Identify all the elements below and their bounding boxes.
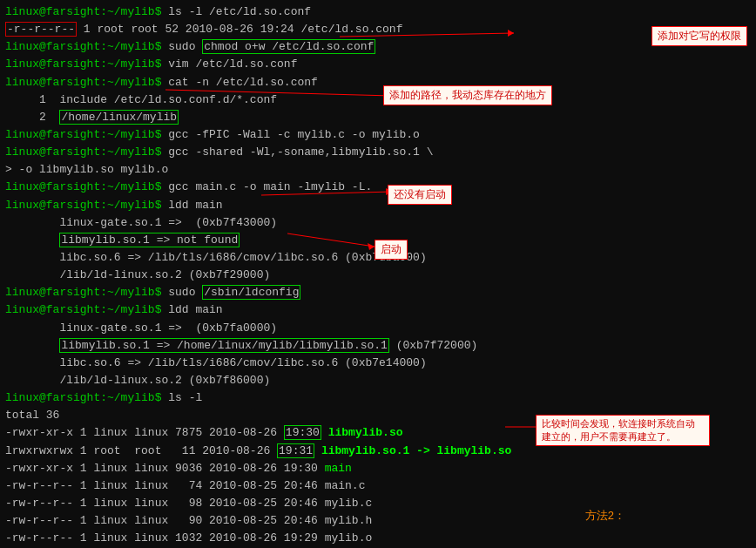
annotation-auto-link: 比较时间会发现，软连接时系统自动建立的，用户不需要再建立了。 (536, 415, 710, 446)
line-9: linux@farsight:~/mylib$ gcc -shared -Wl,… (5, 144, 751, 161)
line-12: linux@farsight:~/mylib$ ldd main (5, 197, 751, 214)
line-31: -rw-r--r-- 1 linux linux 1032 2010-08-26… (5, 530, 751, 547)
line-22: /lib/ld-linux.so.2 (0xb7f86000) (5, 372, 751, 389)
line-10: > -o libmylib.so mylib.o (5, 161, 751, 179)
line-29: -rw-r--r-- 1 linux linux 98 2010-08-25 2… (5, 495, 751, 512)
line-7: 2 /home/linux/mylib (5, 109, 751, 126)
line-28: -rw-r--r-- 1 linux linux 74 2010-08-25 2… (5, 477, 751, 495)
annotation-path: 添加的路径，我动态库存在的地方 (383, 85, 552, 105)
line-2: -r--r--r-- 1 root root 52 2010-08-26 19:… (5, 21, 751, 38)
line-23: linux@farsight:~/mylib$ ls -l (5, 389, 751, 407)
line-3: linux@farsight:~/mylib$ sudo chmod o+w /… (5, 38, 751, 56)
annotation-chmod: 添加对它写的权限 (651, 26, 747, 46)
annotation-start: 启动 (375, 240, 408, 260)
line-27: -rwxr-xr-x 1 linux linux 9036 2010-08-26… (5, 460, 751, 477)
line-16: /lib/ld-linux.so.2 (0xb7f29000) (5, 267, 751, 284)
line-18: linux@farsight:~/mylib$ ldd main (5, 301, 751, 319)
line-19: linux-gate.so.1 => (0xb7fa0000) (5, 320, 751, 337)
line-5: linux@farsight:~/mylib$ cat -n /etc/ld.s… (5, 74, 751, 91)
line-20: libmylib.so.1 => /home/linux/mylib/libmy… (5, 337, 751, 355)
line-21: libc.so.6 => /lib/tls/i686/cmov/libc.so.… (5, 355, 751, 372)
line-13: linux-gate.so.1 => (0xb7f43000) (5, 214, 751, 232)
annotation-not-started: 还没有启动 (388, 185, 452, 205)
line-11: linux@farsight:~/mylib$ gcc main.c -o ma… (5, 179, 751, 196)
line-4: linux@farsight:~/mylib$ vim /etc/ld.so.c… (5, 56, 751, 73)
line-6: 1 include /etc/ld.so.conf.d/*.conf (5, 91, 751, 109)
annotation-method2: 方法2： (585, 508, 625, 524)
line-1: linux@farsight:~/mylib$ ls -l /etc/ld.so… (5, 3, 751, 21)
line-8: linux@farsight:~/mylib$ gcc -fPIC -Wall … (5, 126, 751, 144)
terminal-window: linux@farsight:~/mylib$ ls -l /etc/ld.so… (0, 0, 756, 548)
line-30: -rw-r--r-- 1 linux linux 90 2010-08-25 2… (5, 512, 751, 530)
line-17: linux@farsight:~/mylib$ sudo /sbin/ldcon… (5, 284, 751, 301)
